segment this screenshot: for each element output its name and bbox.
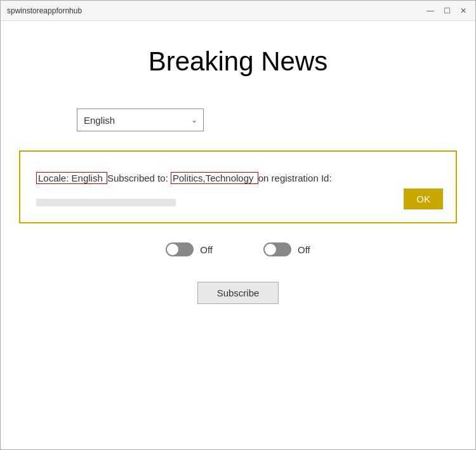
locale-value: English — [72, 173, 103, 183]
subscribed-value-highlight: Politics,Technology — [171, 172, 258, 184]
registration-id-blurred — [36, 199, 176, 206]
toggle-label-1: Off — [200, 244, 213, 255]
window-title: spwinstoreappfornhub — [7, 6, 82, 15]
subscribe-button[interactable]: Subscribe — [197, 282, 279, 304]
toggle-label-2: Off — [298, 244, 310, 255]
app-window: spwinstoreappfornhub — ☐ ✕ Breaking News… — [0, 0, 476, 450]
close-button[interactable]: ✕ — [458, 5, 469, 17]
ok-button[interactable]: OK — [404, 189, 443, 209]
locale-highlight: Locale: English — [36, 172, 107, 184]
window-controls: — ☐ ✕ — [425, 5, 469, 17]
toggle-1[interactable] — [166, 242, 194, 256]
toggle-thumb-1 — [167, 244, 178, 255]
toggles-row: Off Off — [166, 242, 310, 256]
subscribed-value: Politics,Technology — [173, 173, 254, 183]
locale-label: Locale: — [38, 173, 72, 183]
dialog-box: Locale: English Subscribed to: Politics,… — [19, 150, 457, 223]
title-bar: spwinstoreappfornhub — ☐ ✕ — [1, 1, 475, 21]
toggle-item-1: Off — [166, 242, 213, 256]
main-content: Breaking News English Spanish French Ger… — [1, 21, 475, 449]
language-select[interactable]: English Spanish French German — [77, 109, 204, 131]
registration-label: on registration Id: — [258, 173, 332, 183]
dialog-text: Locale: English Subscribed to: Politics,… — [36, 171, 440, 186]
language-dropdown-container: English Spanish French German ⌄ — [77, 109, 204, 131]
minimize-button[interactable]: — — [425, 5, 436, 17]
toggle-2[interactable] — [263, 242, 291, 256]
toggle-thumb-2 — [265, 244, 276, 255]
toggle-item-2: Off — [263, 242, 310, 256]
subscribed-label: Subscribed to: — [107, 173, 171, 183]
maximize-button[interactable]: ☐ — [441, 5, 453, 17]
page-title: Breaking News — [149, 46, 327, 77]
